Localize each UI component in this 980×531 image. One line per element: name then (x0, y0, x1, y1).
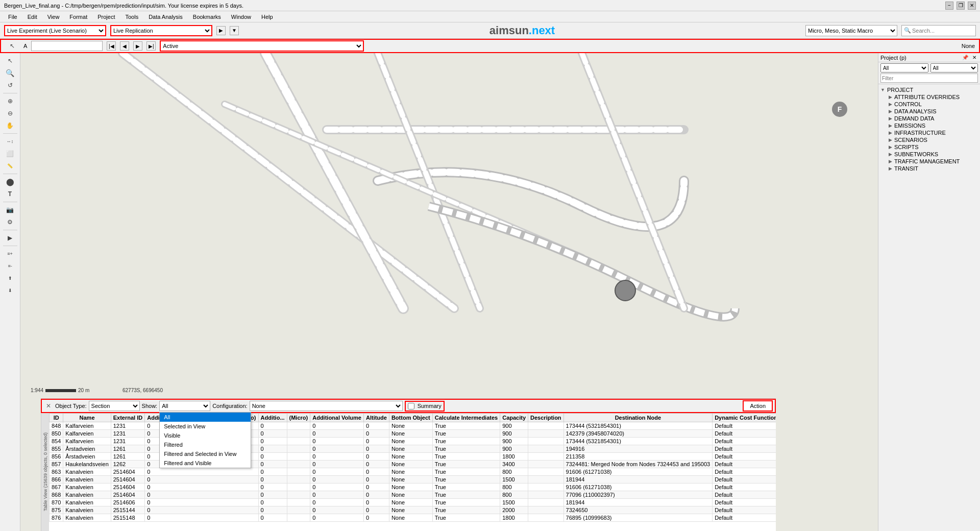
col-micro[interactable]: (Micro) (287, 414, 310, 422)
select-tool[interactable]: ↖ (3, 55, 17, 66)
tree-item-demand-data[interactable]: ▶ DEMAND DATA (880, 115, 978, 122)
ruler-tool[interactable]: 📏 (3, 160, 17, 172)
col-desc[interactable]: Description (528, 414, 564, 422)
table-row[interactable]: 875Kanalveien25151440000NoneTrue20007324… (50, 506, 776, 514)
rect-tool[interactable]: ⬜ (3, 148, 17, 159)
play2-button[interactable]: ▶ (133, 41, 142, 51)
measure-tool[interactable]: ↔↕ (3, 136, 17, 147)
table-row[interactable]: 848Kalfarveien12310000NoneTrue900173444 … (50, 422, 776, 430)
panel-pin-button[interactable]: 📌 (961, 54, 970, 61)
text-tool[interactable]: T (3, 188, 17, 200)
tree-item-traffic-management[interactable]: ▶ TRAFFIC MANAGEMENT (880, 158, 978, 165)
tree-item-control[interactable]: ▶ CONTROL (880, 101, 978, 108)
col-id[interactable]: ID (50, 414, 63, 422)
goto-end-button[interactable]: ▶| (146, 41, 156, 51)
cursor-tool[interactable]: ↖ (5, 40, 19, 52)
hand-tool[interactable]: ✋ (3, 120, 17, 131)
table-row[interactable]: 856Årstadveien12610000NoneTrue1800211358… (50, 453, 776, 461)
filter-type-select[interactable]: All (880, 63, 928, 73)
panel-close-button[interactable]: ✕ (971, 54, 978, 61)
menu-format[interactable]: Format (65, 13, 91, 21)
menu-data-analysis[interactable]: Data Analysis (144, 13, 187, 21)
tree-project-root[interactable]: ▼ PROJECT (880, 86, 978, 93)
play-tool[interactable]: ▶ (3, 232, 17, 244)
add-tool[interactable]: ⊕ (3, 95, 17, 107)
tree-item-subnetworks[interactable]: ▶ SUBNETWORKS (880, 151, 978, 158)
table-row[interactable]: 866Kanalveien25146040000NoneTrue15001819… (50, 476, 776, 484)
col-ext-id[interactable]: External ID (111, 414, 144, 422)
extra-tool-4[interactable]: ⬇ (3, 285, 17, 296)
filter-select2[interactable]: All (930, 63, 978, 73)
col-dest[interactable]: Destination Node (564, 414, 713, 422)
table-row[interactable]: 870Kanalveien25146060000NoneTrue15001819… (50, 499, 776, 506)
replication-select[interactable]: Live Replication (110, 25, 212, 36)
table-row[interactable]: 876Kanalveien25151480000NoneTrue18007689… (50, 514, 776, 522)
dropdown-item-filtered-selected[interactable]: Filtered and Selected in View (160, 449, 251, 458)
show-select[interactable]: All Selected in View Visible Filtered Fi… (159, 401, 210, 411)
col-add[interactable]: Additio... (258, 414, 287, 422)
dropdown-item-visible[interactable]: Visible (160, 431, 251, 440)
close-button[interactable]: ✕ (968, 2, 976, 10)
table-row[interactable]: 850Kalfarveien12310000NoneTrue900142379 … (50, 430, 776, 438)
col-calc[interactable]: Calculate Intermediates (432, 414, 500, 422)
close-table-button[interactable]: ✕ (44, 402, 53, 409)
configuration-select[interactable]: None (250, 401, 403, 411)
prev-button[interactable]: ◀ (120, 41, 129, 51)
extra-tool-1[interactable]: ≡+ (3, 248, 17, 259)
menu-project[interactable]: Project (93, 13, 119, 21)
action-button[interactable]: Action (743, 400, 773, 412)
tree-item-transit[interactable]: ▶ TRANSIT (880, 165, 978, 172)
menu-view[interactable]: View (43, 13, 64, 21)
table-row[interactable]: 854Kalfarveien12310000NoneTrue900173444 … (50, 438, 776, 445)
restore-button[interactable]: ❐ (957, 2, 965, 10)
dropdown-item-filtered-visible[interactable]: Filtered and Visible (160, 458, 251, 468)
col-dcf[interactable]: Dynamic Cost Function (713, 414, 776, 422)
tree-item-infrastructure[interactable]: ▶ INFRASTRUCTURE (880, 129, 978, 136)
col-bot[interactable]: Bottom Object (389, 414, 432, 422)
menu-bookmarks[interactable]: Bookmarks (189, 13, 225, 21)
menu-file[interactable]: File (4, 13, 21, 21)
menu-tools[interactable]: Tools (121, 13, 142, 21)
object-type-select[interactable]: Section (89, 401, 140, 411)
menu-window[interactable]: Window (227, 13, 255, 21)
search-input[interactable] (912, 28, 973, 34)
dropdown-item-all[interactable]: All (160, 413, 251, 422)
col-alt[interactable]: Altitude (363, 414, 389, 422)
extra-tool-3[interactable]: ⬆ (3, 273, 17, 284)
col-add-vol[interactable]: Additional Volume (310, 414, 364, 422)
circle-tool[interactable]: ⬤ (3, 176, 17, 187)
table-row[interactable]: 867Kanalveien25146040000NoneTrue80091606… (50, 484, 776, 491)
table-container[interactable]: ID Name External ID Additional Reaction … (49, 413, 776, 531)
tree-item-attribute-overrides[interactable]: ▶ ATTRIBUTE OVERRIDES (880, 93, 978, 101)
table-row[interactable]: 855Årstadveien12610000NoneTrue900194916D… (50, 445, 776, 453)
status-select[interactable]: Active (160, 40, 364, 52)
col-name[interactable]: Name (63, 414, 111, 422)
col-cap[interactable]: Capacity (500, 414, 528, 422)
rotate-tool[interactable]: ↺ (3, 80, 17, 91)
camera-tool[interactable]: 📷 (3, 204, 17, 215)
experiment-select[interactable]: Live Experiment (Live Scenario) (4, 25, 106, 36)
tree-item-scripts[interactable]: ▶ SCRIPTS (880, 143, 978, 151)
table-row[interactable]: 863Kanalveien25146040000NoneTrue80091606… (50, 468, 776, 476)
play-button[interactable]: ▶ (216, 26, 226, 35)
minimize-button[interactable]: − (945, 2, 953, 10)
extra-tool-2[interactable]: ≡- (3, 260, 17, 272)
settings-tool[interactable]: ⚙ (3, 216, 17, 228)
tree-item-data-analysis[interactable]: ▶ DATA ANALYSIS (880, 108, 978, 115)
tree-item-scenarios[interactable]: ▶ SCENARIOS (880, 136, 978, 143)
filter-input[interactable] (880, 74, 978, 83)
summary-checkbox[interactable] (408, 403, 414, 409)
remove-tool[interactable]: ⊖ (3, 108, 17, 119)
table-row[interactable]: 868Kanalveien25146040000NoneTrue80077096… (50, 491, 776, 499)
play-options-button[interactable]: ▼ (230, 26, 239, 35)
menu-edit[interactable]: Edit (23, 13, 41, 21)
table-row[interactable]: 857Haukelandsveien12620000NoneTrue340073… (50, 461, 776, 468)
goto-start-button[interactable]: |◀ (107, 41, 116, 51)
dropdown-item-selected[interactable]: Selected in View (160, 422, 251, 431)
tree-item-emissions[interactable]: ▶ EMISSIONS (880, 122, 978, 129)
dropdown-item-filtered[interactable]: Filtered (160, 440, 251, 449)
time-input[interactable]: 3/5/2021 9:08:15 AM (31, 41, 103, 51)
mode-select[interactable]: Micro, Meso, Static Macro (805, 25, 897, 36)
zoom-in-tool[interactable]: 🔍 (3, 67, 17, 79)
menu-help[interactable]: Help (257, 13, 277, 21)
